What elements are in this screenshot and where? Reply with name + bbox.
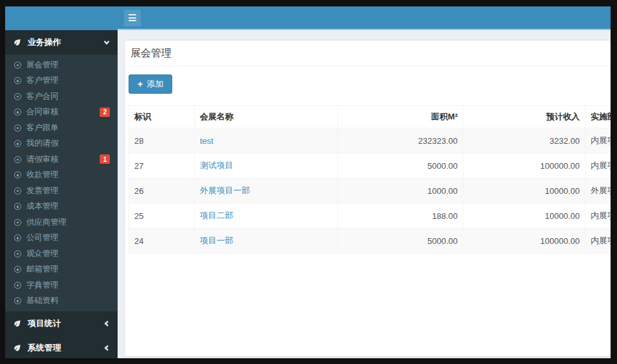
cell-income: 100000.00: [463, 229, 586, 254]
add-button[interactable]: + 添加: [129, 74, 172, 94]
exhibition-link[interactable]: test: [200, 136, 213, 146]
sidebar-item-dictionary-mgmt[interactable]: 字典管理: [5, 277, 118, 293]
sidebar-item-customer-mgmt[interactable]: 客户管理: [5, 73, 118, 89]
chevron-left-icon: [103, 320, 110, 327]
table-row: 27 测试项目 5000.00 100000.00 内展项目: [129, 153, 611, 178]
cell-area: 5000.00: [338, 229, 463, 254]
sidebar-item-company-mgmt[interactable]: 公司管理: [5, 230, 118, 247]
main-area: 展会管理 + 添加 标识: [118, 6, 611, 358]
sidebar-section-project-stats[interactable]: 项目统计: [5, 311, 118, 336]
col-header-name: 会展名称: [195, 106, 338, 128]
cell-id: 24: [129, 229, 195, 254]
contract-review-badge: 2: [100, 107, 110, 117]
table-header-row: 标识 会展名称 面积M² 预计收入 实施部门: [129, 106, 611, 128]
cell-dept: 内展项目: [586, 229, 611, 254]
dot-circle-icon: [14, 93, 21, 100]
sidebar-item-invoice-mgmt[interactable]: 发票管理: [5, 183, 118, 199]
cell-area: 188.00: [338, 204, 463, 229]
dot-circle-icon: [14, 125, 21, 132]
box-body: + 添加 标识 会展名称 面积M²: [125, 67, 611, 260]
dot-circle-icon: [14, 297, 21, 304]
cell-dept: 内展项目: [586, 204, 611, 229]
content-box: 展会管理 + 添加 标识: [125, 40, 611, 356]
exhibition-link[interactable]: 测试项目: [200, 160, 233, 170]
sidebar: 业务操作 展会管理 客户管理 客户合同 合同审核2 客户跟单 我的请假 请假审核…: [5, 6, 118, 358]
cell-dept: 外展项目: [586, 178, 611, 204]
dot-circle-icon: [14, 203, 21, 210]
sidebar-item-supplier-mgmt[interactable]: 供应商管理: [5, 214, 118, 230]
chevron-down-icon: [103, 39, 110, 46]
sidebar-section-label: 业务操作: [28, 37, 61, 48]
dot-circle-icon: [14, 108, 21, 116]
dot-circle-icon: [14, 250, 21, 257]
table-row: 26 外展项目一部 1000.00 10000.00 外展项目: [129, 178, 611, 204]
sidebar-item-contract-review[interactable]: 合同审核2: [5, 105, 118, 121]
cell-area: 1000.00: [338, 178, 463, 204]
table-row: 25 项目二部 188.00 10000.00 内展项目: [129, 204, 611, 229]
plus-icon: +: [138, 80, 143, 89]
sidebar-item-audience-mgmt[interactable]: 观众管理: [5, 246, 118, 262]
sidebar-section-label: 项目统计: [28, 318, 61, 329]
cell-area: 5000.00: [338, 153, 463, 178]
cell-id: 26: [129, 178, 195, 204]
col-header-area: 面积M²: [338, 106, 463, 128]
sidebar-item-payment-mgmt[interactable]: 收款管理: [5, 168, 118, 184]
leave-review-badge: 1: [100, 155, 110, 164]
cell-income: 10000.00: [463, 204, 586, 229]
cell-id: 28: [129, 128, 195, 153]
sidebar-submenu: 展会管理 客户管理 客户合同 合同审核2 客户跟单 我的请假 请假审核1 收款管…: [5, 55, 118, 311]
sidebar-menu: 业务操作 展会管理 客户管理 客户合同 合同审核2 客户跟单 我的请假 请假审核…: [5, 30, 118, 358]
sidebar-section-system-mgmt[interactable]: 系统管理: [5, 336, 118, 358]
page-title: 展会管理: [130, 47, 605, 60]
chevron-left-icon: [103, 345, 110, 351]
sidebar-item-my-leave[interactable]: 我的请假: [5, 136, 118, 152]
sidebar-item-basic-data[interactable]: 基础资料: [5, 293, 118, 309]
dot-circle-icon: [14, 266, 21, 273]
sidebar-item-leave-review[interactable]: 请假审核1: [5, 152, 118, 168]
sidebar-item-exhibition-mgmt[interactable]: 展会管理: [5, 57, 118, 73]
dot-circle-icon: [14, 140, 21, 147]
dot-circle-icon: [14, 282, 21, 289]
cell-income: 100000.00: [463, 153, 586, 178]
dot-circle-icon: [14, 156, 21, 163]
app-window: 业务操作 展会管理 客户管理 客户合同 合同审核2 客户跟单 我的请假 请假审核…: [5, 6, 611, 358]
cell-income: 10000.00: [463, 178, 586, 204]
sidebar-logo-area: [5, 6, 118, 30]
sidebar-item-mailbox-mgmt[interactable]: 邮箱管理: [5, 262, 118, 278]
dot-circle-icon: [14, 62, 21, 69]
table-row: 28 test 232323.00 3232.00 内展项目: [129, 128, 611, 153]
col-header-id: 标识: [129, 106, 195, 128]
cell-income: 3232.00: [463, 128, 586, 153]
box-header: 展会管理: [125, 40, 611, 67]
cell-dept: 内展项目: [586, 128, 611, 153]
leaf-icon: [13, 343, 22, 352]
cell-id: 27: [129, 153, 195, 178]
add-button-label: 添加: [147, 78, 163, 90]
sidebar-item-customer-contract[interactable]: 客户合同: [5, 89, 118, 105]
dot-circle-icon: [14, 219, 21, 226]
screenshot-frame: 业务操作 展会管理 客户管理 客户合同 合同审核2 客户跟单 我的请假 请假审核…: [0, 0, 617, 364]
leaf-icon: [13, 38, 22, 47]
cell-dept: 内展项目: [586, 153, 611, 178]
cell-area: 232323.00: [338, 128, 463, 153]
exhibition-link[interactable]: 项目一部: [200, 236, 233, 245]
dot-circle-icon: [14, 77, 21, 84]
sidebar-item-cost-mgmt[interactable]: 成本管理: [5, 199, 118, 215]
content-area: 展会管理 + 添加 标识: [118, 30, 611, 358]
exhibition-table: 标识 会展名称 面积M² 预计收入 实施部门 28 te: [129, 105, 611, 254]
top-navbar: [118, 6, 611, 30]
sidebar-section-business-ops[interactable]: 业务操作: [5, 30, 118, 55]
exhibition-link[interactable]: 外展项目一部: [200, 186, 250, 195]
sidebar-section-label: 系统管理: [28, 342, 61, 354]
table-row: 24 项目一部 5000.00 100000.00 内展项目: [129, 229, 611, 254]
dot-circle-icon: [14, 171, 21, 178]
cell-id: 25: [129, 204, 195, 229]
sidebar-item-customer-followup[interactable]: 客户跟单: [5, 120, 118, 136]
dot-circle-icon: [14, 187, 21, 195]
col-header-dept: 实施部门: [586, 106, 611, 128]
exhibition-link[interactable]: 项目二部: [200, 211, 233, 220]
col-header-income: 预计收入: [463, 106, 586, 128]
hamburger-icon[interactable]: [124, 10, 141, 26]
leaf-icon: [13, 319, 22, 328]
dot-circle-icon: [14, 234, 21, 241]
